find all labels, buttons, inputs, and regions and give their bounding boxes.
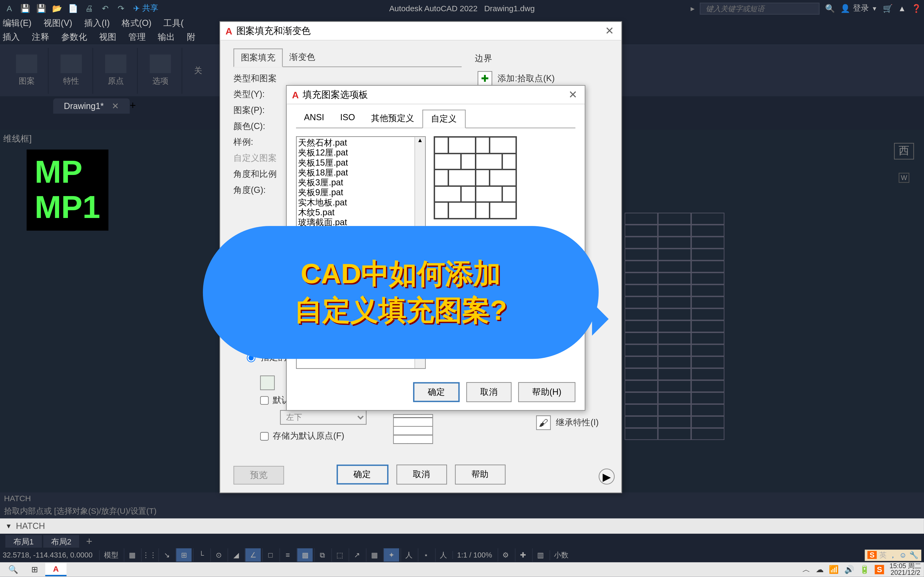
search-input[interactable] [700, 2, 820, 15]
add-layout-button[interactable]: + [81, 536, 98, 548]
lineweight-icon[interactable]: ≡ [279, 548, 296, 562]
clock[interactable]: 15:05 周二 2021/12/2 [890, 563, 921, 576]
visual-style-label[interactable]: 维线框] [3, 133, 32, 145]
list-item[interactable]: 夹板12厘.pat [298, 148, 424, 158]
dialog2-titlebar[interactable]: A 填充图案选项板 ✕ [287, 86, 585, 105]
task-view-icon[interactable]: ⊞ [24, 563, 45, 576]
doc-tab-drawing1[interactable]: Drawing1* ✕ [53, 98, 130, 113]
dialog-titlebar[interactable]: A 图案填充和渐变色 ✕ [220, 22, 621, 40]
ribbon-tab-parametric[interactable]: 参数化 [61, 31, 87, 43]
battery-icon[interactable]: 🔋 [859, 565, 869, 574]
snap-icon[interactable]: ⋮⋮ [141, 548, 157, 562]
tab-hatch[interactable]: 图案填充 [233, 48, 283, 67]
isodraft-icon[interactable]: ◢ [228, 548, 244, 562]
zoom-level[interactable]: 1:1 / 100% [452, 551, 496, 559]
cancel-button[interactable]: 取消 [396, 464, 447, 485]
tab-other[interactable]: 其他预定义 [363, 110, 422, 128]
coordinates[interactable]: 32.5718, -114.4316, 0.0000 [3, 551, 92, 559]
list-item[interactable]: 夹板3厘.pat [298, 178, 424, 188]
list-item[interactable]: 木纹5.pat [298, 208, 424, 218]
ribbon-tab-insert[interactable]: 插入 [3, 31, 20, 43]
osnap-icon[interactable]: ∠ [245, 548, 261, 562]
ribbon-group-close[interactable]: 关 [184, 48, 213, 94]
tab-iso[interactable]: ISO [332, 110, 363, 128]
selection-filter-icon[interactable]: ▦ [366, 548, 382, 562]
plot-icon[interactable]: 📄 [66, 2, 80, 15]
search-icon[interactable]: 🔍 [825, 4, 835, 13]
set-origin-icon[interactable] [260, 376, 275, 390]
ribbon-group-options[interactable]: 选项 [139, 48, 183, 94]
model-space-button[interactable]: 模型 [99, 550, 123, 560]
menu-view[interactable]: 视图(V) [44, 18, 73, 29]
ribbon-tab-view[interactable]: 视图 [99, 31, 116, 43]
print-icon[interactable]: 🖨 [82, 2, 96, 15]
polar-icon[interactable]: ⊙ [210, 548, 226, 562]
ime-indicator[interactable]: S 英 ， ☺ 🔧 [865, 549, 921, 561]
help-icon[interactable]: ❓ [911, 4, 921, 13]
tab-ansi[interactable]: ANSI [296, 110, 332, 128]
menu-format[interactable]: 格式(O) [122, 18, 151, 29]
selection-cycle-icon[interactable]: ⧉ [314, 548, 330, 562]
infocenter-arrow-icon[interactable]: ▸ [691, 4, 695, 13]
ribbon-group-pattern[interactable]: 图案 [5, 48, 48, 94]
expand-dialog-button[interactable]: ▶ [599, 469, 615, 485]
add-tab-button[interactable]: + [130, 100, 136, 112]
autocad-logo-icon[interactable]: A [3, 2, 16, 15]
login-button[interactable]: 👤 登录 ▼ [840, 3, 877, 14]
ribbon-tab-manage[interactable]: 管理 [128, 31, 146, 43]
redo-icon[interactable]: ↷ [115, 2, 128, 15]
close-tab-icon[interactable]: ✕ [112, 101, 119, 111]
list-item[interactable]: 天然石材.pat [298, 139, 424, 148]
viewcube[interactable]: 西 W [890, 143, 917, 183]
ok-button[interactable]: 确定 [413, 382, 460, 402]
app-icon[interactable]: ▲ [898, 4, 906, 13]
share-button[interactable]: ✈ 共享 [133, 3, 158, 14]
menu-tools[interactable]: 工具( [163, 18, 183, 29]
units-icon[interactable]: ▥ [532, 548, 548, 562]
onedrive-icon[interactable]: ☁ [816, 565, 824, 574]
command-line[interactable]: ▼ HATCH [0, 519, 924, 534]
ortho-icon[interactable]: └ [193, 548, 209, 562]
ribbon-tab-output[interactable]: 输出 [158, 31, 175, 43]
viewcube-face[interactable]: 西 [894, 143, 914, 160]
dynamic-input-icon[interactable]: ⊞ [176, 548, 192, 562]
sogou-tray-icon[interactable]: S [875, 565, 884, 574]
default-checkbox[interactable] [260, 396, 269, 405]
ribbon-group-properties[interactable]: 特性 [50, 48, 93, 94]
list-item[interactable]: 夹板18厘.pat [298, 168, 424, 178]
open-icon[interactable]: 📂 [50, 2, 64, 15]
list-item[interactable]: 夹板9厘.pat [298, 188, 424, 198]
list-item[interactable]: 夹板15厘.pat [298, 158, 424, 168]
store-origin-checkbox[interactable] [260, 432, 269, 440]
chevron-down-icon[interactable]: ▼ [5, 522, 12, 530]
infer-icon[interactable]: ↘ [158, 548, 174, 562]
wifi-icon[interactable]: 📶 [829, 565, 839, 574]
menu-insert[interactable]: 插入(I) [84, 18, 110, 29]
save-icon[interactable]: 💾 [19, 2, 32, 15]
inherit-properties-button[interactable]: 🖌 继承特性(I) [533, 413, 601, 433]
annotation-visibility-icon[interactable]: 人 [435, 548, 451, 562]
annotation-icon[interactable]: 人 [401, 548, 417, 562]
menu-edit[interactable]: 编辑(E) [3, 18, 32, 29]
transparency-icon[interactable]: ▩ [297, 548, 313, 562]
otrack-icon[interactable]: □ [262, 548, 278, 562]
cart-icon[interactable]: 🛒 [883, 4, 893, 13]
close-icon[interactable]: ✕ [603, 24, 616, 37]
origin-position-select[interactable]: 左下 [280, 410, 366, 425]
undo-icon[interactable]: ↶ [99, 2, 112, 15]
ribbon-tab-annotate[interactable]: 注释 [32, 31, 49, 43]
save-icon-2[interactable]: 💾 [34, 2, 48, 15]
close-icon[interactable]: ✕ [566, 89, 579, 101]
ok-button[interactable]: 确定 [336, 464, 388, 485]
annotation-scale-icon[interactable]: ⋆ [418, 548, 434, 562]
gizmo-icon[interactable]: ✦ [383, 548, 399, 562]
search-icon[interactable]: 🔍 [3, 563, 24, 576]
tab-gradient[interactable]: 渐变色 [283, 48, 322, 66]
layout-tab-1[interactable]: 布局1 [5, 535, 42, 549]
list-item[interactable]: 实木地板.pat [298, 198, 424, 208]
3dosnap-icon[interactable]: ⬚ [331, 548, 347, 562]
help-button[interactable]: 帮助(H) [518, 382, 575, 402]
tab-custom[interactable]: 自定义 [422, 110, 465, 129]
autocad-taskbar-icon[interactable]: A [45, 563, 66, 576]
add-icon[interactable]: ✚ [515, 548, 531, 562]
